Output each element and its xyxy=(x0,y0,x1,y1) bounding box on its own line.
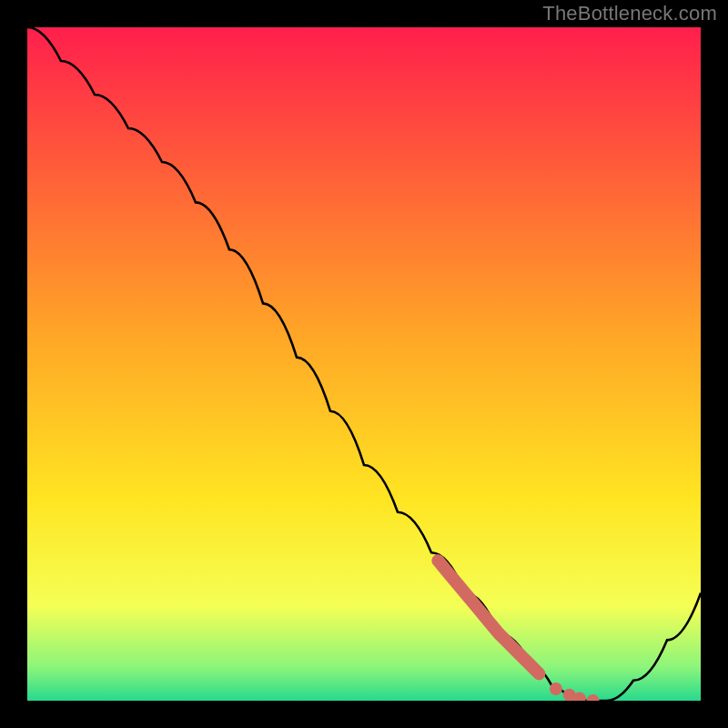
chart-container: TheBottleneck.com xyxy=(0,0,728,728)
plot-area xyxy=(27,27,701,701)
highlight-dots xyxy=(438,561,599,701)
highlight-dot xyxy=(587,694,600,701)
highlight-dots-layer xyxy=(27,27,701,701)
highlight-dot xyxy=(550,682,562,695)
highlight-solid-segment xyxy=(438,561,539,673)
plot-frame xyxy=(27,27,701,701)
attribution-text: TheBottleneck.com xyxy=(542,2,717,25)
